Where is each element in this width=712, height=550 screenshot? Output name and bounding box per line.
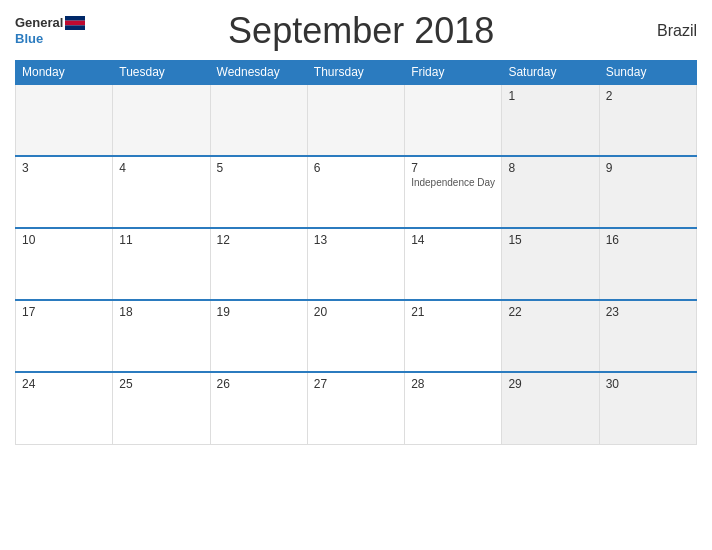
day-number: 18 (119, 305, 203, 319)
day-number: 8 (508, 161, 592, 175)
logo-flag-icon (65, 16, 85, 30)
col-friday: Friday (405, 61, 502, 85)
day-number: 16 (606, 233, 690, 247)
calendar-day: 25 (113, 372, 210, 444)
calendar-day: 7Independence Day (405, 156, 502, 228)
col-monday: Monday (16, 61, 113, 85)
calendar-day (16, 84, 113, 156)
calendar-day: 13 (307, 228, 404, 300)
col-saturday: Saturday (502, 61, 599, 85)
day-number: 10 (22, 233, 106, 247)
calendar-day: 3 (16, 156, 113, 228)
day-number: 15 (508, 233, 592, 247)
calendar-table: Monday Tuesday Wednesday Thursday Friday… (15, 60, 697, 445)
day-number: 28 (411, 377, 495, 391)
calendar-day: 23 (599, 300, 696, 372)
calendar-day: 10 (16, 228, 113, 300)
day-number: 3 (22, 161, 106, 175)
calendar-day (210, 84, 307, 156)
calendar-day: 9 (599, 156, 696, 228)
day-number: 1 (508, 89, 592, 103)
day-number: 23 (606, 305, 690, 319)
day-number: 11 (119, 233, 203, 247)
calendar-day: 4 (113, 156, 210, 228)
day-number: 4 (119, 161, 203, 175)
day-number: 12 (217, 233, 301, 247)
calendar-day: 1 (502, 84, 599, 156)
calendar-day: 11 (113, 228, 210, 300)
logo-blue-text: Blue (15, 31, 43, 47)
day-number: 2 (606, 89, 690, 103)
day-number: 19 (217, 305, 301, 319)
calendar-page: General Blue September 2018 Brazil Monda… (0, 0, 712, 550)
calendar-day: 2 (599, 84, 696, 156)
day-event: Independence Day (411, 177, 495, 188)
calendar-day: 16 (599, 228, 696, 300)
calendar-week-row: 10111213141516 (16, 228, 697, 300)
calendar-day: 24 (16, 372, 113, 444)
calendar-day: 18 (113, 300, 210, 372)
calendar-day: 17 (16, 300, 113, 372)
svg-rect-1 (65, 16, 85, 21)
calendar-day: 21 (405, 300, 502, 372)
day-number: 14 (411, 233, 495, 247)
calendar-day: 27 (307, 372, 404, 444)
calendar-week-row: 24252627282930 (16, 372, 697, 444)
calendar-day: 14 (405, 228, 502, 300)
day-number: 13 (314, 233, 398, 247)
calendar-day: 19 (210, 300, 307, 372)
day-number: 6 (314, 161, 398, 175)
calendar-week-row: 12 (16, 84, 697, 156)
calendar-day: 5 (210, 156, 307, 228)
day-number: 21 (411, 305, 495, 319)
svg-rect-2 (65, 21, 85, 26)
day-number: 5 (217, 161, 301, 175)
col-thursday: Thursday (307, 61, 404, 85)
logo-general-text: General (15, 15, 63, 31)
calendar-day: 8 (502, 156, 599, 228)
day-number: 27 (314, 377, 398, 391)
col-tuesday: Tuesday (113, 61, 210, 85)
day-number: 24 (22, 377, 106, 391)
day-number: 17 (22, 305, 106, 319)
day-number: 25 (119, 377, 203, 391)
header: General Blue September 2018 Brazil (15, 10, 697, 52)
day-number: 7 (411, 161, 495, 175)
logo: General Blue (15, 15, 85, 46)
calendar-day: 15 (502, 228, 599, 300)
calendar-day: 22 (502, 300, 599, 372)
svg-rect-3 (65, 26, 85, 31)
day-number: 22 (508, 305, 592, 319)
country-label: Brazil (637, 22, 697, 40)
calendar-day: 28 (405, 372, 502, 444)
day-number: 20 (314, 305, 398, 319)
day-number: 26 (217, 377, 301, 391)
calendar-day (307, 84, 404, 156)
calendar-day (405, 84, 502, 156)
calendar-week-row: 17181920212223 (16, 300, 697, 372)
calendar-day (113, 84, 210, 156)
calendar-day: 20 (307, 300, 404, 372)
col-sunday: Sunday (599, 61, 696, 85)
calendar-day: 29 (502, 372, 599, 444)
days-header-row: Monday Tuesday Wednesday Thursday Friday… (16, 61, 697, 85)
day-number: 29 (508, 377, 592, 391)
calendar-day: 30 (599, 372, 696, 444)
calendar-day: 6 (307, 156, 404, 228)
calendar-day: 26 (210, 372, 307, 444)
calendar-week-row: 34567Independence Day89 (16, 156, 697, 228)
day-number: 30 (606, 377, 690, 391)
day-number: 9 (606, 161, 690, 175)
calendar-day: 12 (210, 228, 307, 300)
col-wednesday: Wednesday (210, 61, 307, 85)
month-title: September 2018 (85, 10, 637, 52)
